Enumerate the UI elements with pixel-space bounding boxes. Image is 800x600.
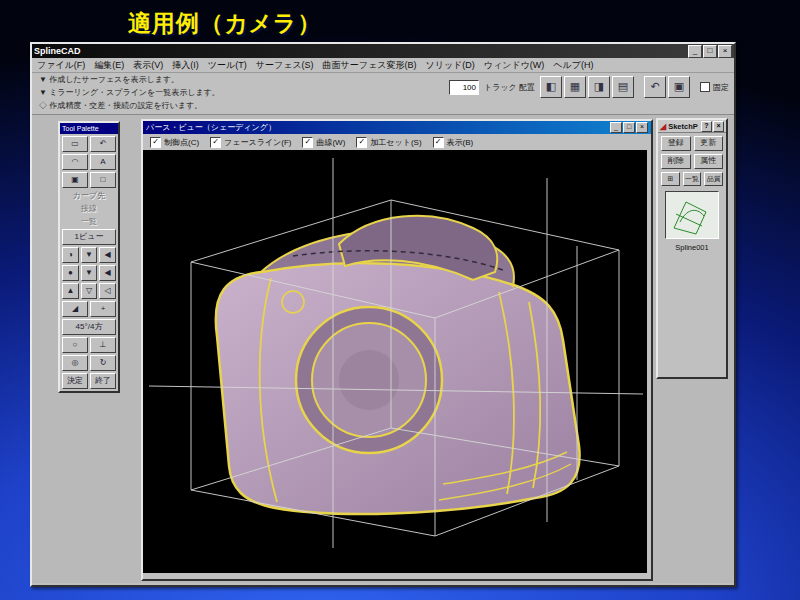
viewport-window-button-2[interactable]: × (636, 122, 648, 133)
palette-row-12: ○⊥ (62, 337, 116, 353)
sketchplane-title-button-0[interactable]: ? (701, 121, 712, 132)
camera-model-svg (143, 150, 647, 573)
sketchplane-button-0-0[interactable]: 登録 (661, 136, 691, 151)
sketchplane-title: SketchPlane (668, 122, 698, 131)
palette-button-1-0[interactable]: ◠ (62, 154, 88, 170)
sketchplane-title-button-1[interactable]: × (713, 121, 724, 132)
sketchplane-small-button-1[interactable]: 一覧 (683, 172, 702, 186)
menu-item-1[interactable]: 編集(E) (94, 59, 124, 72)
menu-item-6[interactable]: 曲面サーフェス変形(B) (323, 59, 417, 72)
toolbar-area: ▼ 作成したサーフェスを表示します。 ▼ ミラーリング・スプラインを一覧表示しま… (32, 73, 734, 115)
palette-row-0: ▭↶ (62, 136, 116, 152)
viewport-window-button-1[interactable]: □ (623, 122, 635, 133)
fix-toggle[interactable]: 固定 (700, 82, 729, 93)
palette-button-12-1[interactable]: ⊥ (90, 337, 116, 353)
camera-body (216, 216, 580, 514)
viewport-window-button-0[interactable]: _ (610, 122, 622, 133)
palette-button-8-2[interactable]: ◀ (99, 265, 116, 281)
toolbar-icon-button-1[interactable]: ▦ (564, 76, 586, 98)
palette-button-7-2[interactable]: ◀ (99, 247, 116, 263)
viewport-checkbox-2[interactable]: ✓曲線(W) (302, 137, 345, 148)
palette-button-14-1[interactable]: 終了 (90, 373, 116, 389)
track-value-input[interactable]: 100 (449, 80, 479, 95)
checkbox-label-0: 制御点(C) (164, 137, 199, 148)
palette-row-7: ◑▼◀ (62, 247, 116, 263)
palette-button-9-0[interactable]: ▲ (62, 283, 79, 299)
toolbar-icon-button-2[interactable]: ◨ (588, 76, 610, 98)
palette-row-9: ▲▽◁ (62, 283, 116, 299)
menu-item-7[interactable]: ソリッド(D) (425, 59, 474, 72)
viewport-title-bar[interactable]: パース・ビュー（シェーディング） _□× (143, 121, 651, 134)
mdi-client-area: Tool Palette ▭↶◠A▣□カーブ先接線一覧1ビュー◑▼◀●▼◀▲▽◁… (32, 115, 734, 583)
app-window-button-1[interactable]: □ (703, 45, 717, 58)
sketchplane-body: 登録更新削除属性 ⊞一覧品質 Spline001 (658, 133, 726, 255)
palette-button-8-0[interactable]: ● (62, 265, 79, 281)
fix-checkbox-icon (700, 82, 710, 92)
sketchplane-small-button-0[interactable]: ⊞ (661, 172, 680, 186)
sketchplane-button-0-1[interactable]: 更新 (694, 136, 724, 151)
palette-button-2-1[interactable]: □ (90, 172, 116, 188)
app-window-button-2[interactable]: × (718, 45, 732, 58)
app-title-buttons: _□× (687, 45, 732, 58)
menu-item-5[interactable]: サーフェス(S) (256, 59, 314, 72)
tool-palette-title-bar[interactable]: Tool Palette (60, 123, 118, 134)
palette-button-13-1[interactable]: ↻ (90, 355, 116, 371)
palette-button-12-0[interactable]: ○ (62, 337, 88, 353)
palette-wide-button-11[interactable]: 45°/4方 (62, 319, 116, 335)
palette-button-14-0[interactable]: 決定 (62, 373, 88, 389)
viewport-window: パース・ビュー（シェーディング） _□× ✓制御点(C)✓フェースライン(F)✓… (141, 119, 653, 581)
viewport-checkbox-0[interactable]: ✓制御点(C) (150, 137, 199, 148)
slide-background: 適用例（カメラ） SplineCAD _□× ファイル(F)編集(E)表示(V)… (0, 0, 800, 600)
sketchplane-button-1-1[interactable]: 属性 (694, 154, 724, 169)
menu-item-3[interactable]: 挿入(I) (172, 59, 199, 72)
app-window-button-0[interactable]: _ (688, 45, 702, 58)
palette-button-13-0[interactable]: ◎ (62, 355, 88, 371)
app-title-bar[interactable]: SplineCAD _□× (32, 44, 734, 58)
viewport-checkbox-3[interactable]: ✓加工セット(S) (356, 137, 421, 148)
palette-button-0-1[interactable]: ↶ (90, 136, 116, 152)
palette-wide-button-6[interactable]: 1ビュー (62, 229, 116, 245)
palette-button-9-2[interactable]: ◁ (99, 283, 116, 299)
tool-palette: Tool Palette ▭↶◠A▣□カーブ先接線一覧1ビュー◑▼◀●▼◀▲▽◁… (58, 121, 120, 393)
sketchplane-button-row-0: 登録更新 (661, 136, 723, 151)
palette-row-1: ◠A (62, 154, 116, 170)
track-label: トラック 配置 (484, 82, 535, 93)
palette-row-13: ◎↻ (62, 355, 116, 371)
toolbar-icon-button2-0[interactable]: ↶ (644, 76, 666, 98)
palette-button-7-1[interactable]: ▼ (81, 247, 98, 263)
checkbox-icon-3: ✓ (356, 137, 367, 148)
sketchplane-title-bar[interactable]: ◢ SketchPlane ?× (658, 120, 726, 133)
sketchplane-button-1-0[interactable]: 削除 (661, 154, 691, 169)
checkbox-icon-2: ✓ (302, 137, 313, 148)
palette-button-10-1[interactable]: + (90, 301, 116, 317)
palette-button-7-0[interactable]: ◑ (62, 247, 79, 263)
checkbox-icon-1: ✓ (210, 137, 221, 148)
menu-item-9[interactable]: ヘルプ(H) (553, 59, 593, 72)
palette-button-0-0[interactable]: ▭ (62, 136, 88, 152)
checkbox-label-3: 加工セット(S) (370, 137, 421, 148)
viewport-checkbox-1[interactable]: ✓フェースライン(F) (210, 137, 291, 148)
toolbar-icon-button-3[interactable]: ▤ (612, 76, 634, 98)
toolbar-row-3: ◇ 作成精度・交差・接続の設定を行います。 (32, 99, 734, 112)
menu-item-2[interactable]: 表示(V) (133, 59, 163, 72)
menu-item-8[interactable]: ウィンドウ(W) (484, 59, 545, 72)
palette-button-1-1[interactable]: A (90, 154, 116, 170)
viewport-title-buttons: _□× (609, 122, 648, 133)
palette-row-14: 決定終了 (62, 373, 116, 389)
palette-button-10-0[interactable]: ◢ (62, 301, 88, 317)
sketchplane-small-button-2[interactable]: 品質 (704, 172, 723, 186)
viewport-checkbox-4[interactable]: ✓表示(B) (433, 137, 474, 148)
palette-button-8-1[interactable]: ▼ (81, 265, 98, 281)
toolbar-icon-button-0[interactable]: ◧ (540, 76, 562, 98)
sketchplane-palette: ◢ SketchPlane ?× 登録更新削除属性 ⊞一覧品質 Spline0 (656, 118, 728, 379)
menu-item-0[interactable]: ファイル(F) (37, 59, 85, 72)
sketch-thumbnail[interactable] (665, 191, 719, 239)
sketch-thumbnail-label: Spline001 (661, 243, 723, 252)
palette-button-9-1[interactable]: ▽ (81, 283, 98, 299)
palette-button-2-0[interactable]: ▣ (62, 172, 88, 188)
3d-canvas[interactable] (143, 150, 647, 573)
menu-item-4[interactable]: ツール(T) (208, 59, 247, 72)
toolbar-icon-button2-1[interactable]: ▣ (668, 76, 690, 98)
checkbox-label-1: フェースライン(F) (224, 137, 291, 148)
sketchplane-title-buttons: ?× (700, 121, 724, 132)
